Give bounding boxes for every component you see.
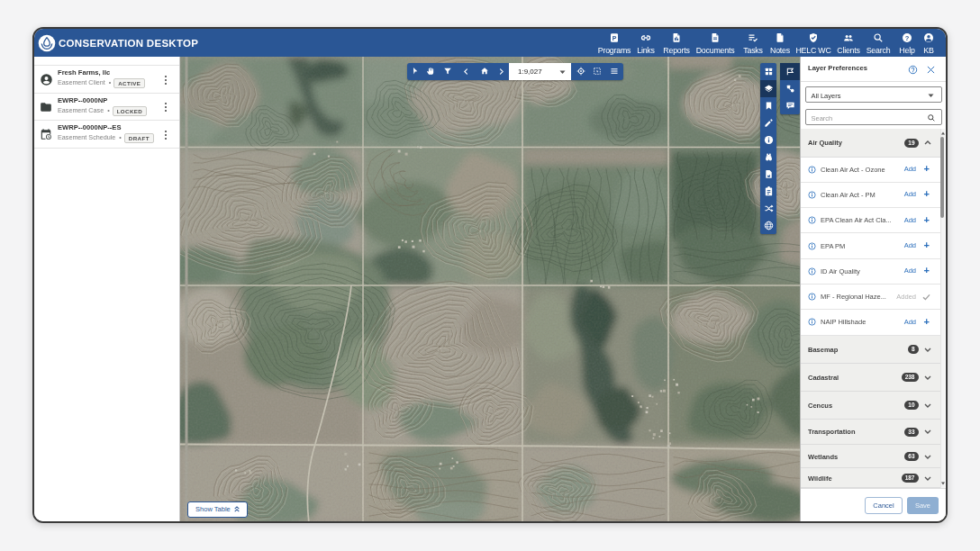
svg-text:P: P xyxy=(612,35,617,41)
